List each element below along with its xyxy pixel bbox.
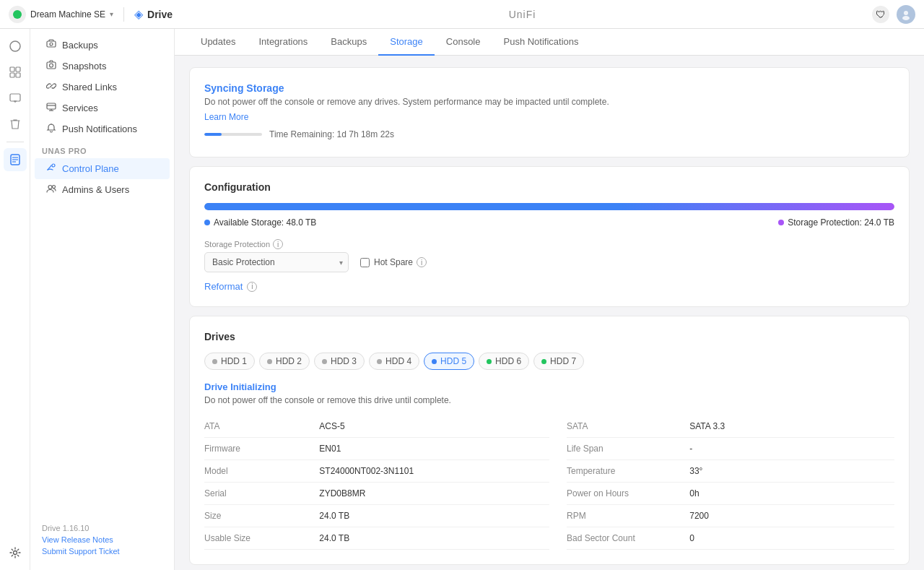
progress-bar-track [204,133,262,136]
hot-spare-info-icon[interactable]: i [417,257,427,267]
hot-spare-label[interactable]: Hot Spare i [374,257,427,267]
left-sidebar: Backups Snapshots Shared Links Services … [30,29,175,570]
detail-row-serial: Serial ZYD0B8MR [204,483,549,505]
hdd5-dot [432,359,437,364]
sidebar-item-backups[interactable]: Backups [35,35,170,56]
shield-button[interactable]: 🛡 [872,6,889,23]
sidebar-label-admins-users: Admins & Users [62,184,129,195]
available-storage-label: Available Storage: 48.0 TB [214,217,316,228]
sidebar-item-control-plane[interactable]: Control Plane [35,158,170,179]
storage-protection-legend: Storage Protection: 24.0 TB [788,217,894,228]
storage-legend: Available Storage: 48.0 TB Storage Prote… [204,217,894,228]
view-release-notes-link[interactable]: View Release Notes [42,535,162,544]
tab-updates[interactable]: Updates [189,29,247,56]
storage-protection-select[interactable]: Basic Protection Advanced Protection No … [204,252,349,272]
sidebar-item-services[interactable]: Services [35,98,170,118]
content-area: Syncing Storage Do not power off the con… [175,56,924,570]
drive-tab-hdd3[interactable]: HDD 3 [314,353,365,370]
tab-console[interactable]: Console [435,29,492,56]
detail-row-usable-size: Usable Size 24.0 TB [204,527,549,550]
sidebar-item-shared-links[interactable]: Shared Links [35,77,170,98]
storage-protection-info-icon[interactable]: i [273,239,283,249]
svg-point-17 [50,43,53,46]
config-title: Configuration [204,181,894,193]
icon-sidebar [0,29,30,570]
push-notifications-icon [46,123,56,135]
temperature-value: 33° [689,466,894,476]
detail-row-rpm: RPM 7200 [567,505,894,527]
sidebar-item-push-notifications[interactable]: Push Notifications [35,118,170,139]
sidebar-label-push-notifications: Push Notifications [62,124,137,134]
drive-tab-hdd2[interactable]: HDD 2 [259,353,310,370]
sidebar-icon-document[interactable] [4,148,27,171]
syncing-storage-card: Syncing Storage Do not power off the con… [189,67,910,157]
topbar-right: 🛡 [872,5,915,24]
legend-protection: Storage Protection: 24.0 TB [778,217,894,228]
sidebar-icon-display[interactable] [4,87,27,110]
tab-integrations[interactable]: Integrations [247,29,319,56]
hdd2-dot [267,359,272,364]
drive-tab-hdd6[interactable]: HDD 6 [479,353,529,370]
drive-tab-hdd7[interactable]: HDD 7 [533,353,584,370]
svg-rect-8 [10,94,20,101]
reformat-row: Reformat i [204,281,894,292]
storage-bar [204,203,894,210]
drive-tab-hdd4[interactable]: HDD 4 [369,353,419,370]
svg-point-27 [53,186,56,189]
size-label: Size [204,511,319,521]
reformat-info-icon[interactable]: i [247,282,257,292]
drive-details-grid: ATA ACS-5 Firmware EN01 Model ST24000NT0… [204,415,894,550]
detail-row-power-on-hours: Power on Hours 0h [567,483,894,505]
svg-point-25 [52,164,55,167]
sidebar-icon-trash[interactable] [4,113,27,136]
ata-value: ACS-5 [319,421,549,431]
tab-backups[interactable]: Backups [319,29,378,56]
storage-protection-label: Storage Protection i [204,239,349,249]
sidebar-icon-grid[interactable] [4,61,27,84]
topbar: Dream Machine SE ▾ ◈ Drive UniFi 🛡 [0,0,924,29]
detail-row-life-span: Life Span - [567,438,894,460]
services-icon [46,102,56,114]
svg-point-0 [13,10,22,19]
storage-protection-field: Storage Protection i Basic Protection Ad… [204,239,349,272]
power-on-hours-label: Power on Hours [567,488,689,498]
tab-storage[interactable]: Storage [378,29,435,56]
chevron-down-icon[interactable]: ▾ [110,10,113,18]
svg-rect-18 [47,62,56,69]
storage-bar-fill [204,203,894,210]
device-name: Dream Machine SE [30,9,105,20]
sidebar-item-snapshots[interactable]: Snapshots [35,56,170,77]
syncing-title: Syncing Storage [204,82,894,94]
serial-label: Serial [204,488,319,498]
svg-rect-4 [10,67,14,72]
drive-tab-hdd5[interactable]: HDD 5 [424,353,474,370]
detail-row-sata: SATA SATA 3.3 [567,415,894,438]
svg-rect-7 [16,73,20,77]
avatar[interactable] [897,5,915,24]
detail-row-model: Model ST24000NT002-3N1101 [204,460,549,483]
snapshots-icon [46,60,56,72]
hdd3-dot [322,359,327,364]
sidebar-icon-home[interactable] [4,35,27,58]
sidebar-group-label: UNAS Pro [30,139,174,158]
svg-rect-20 [47,103,56,109]
drive-details-left: ATA ACS-5 Firmware EN01 Model ST24000NT0… [204,415,549,550]
sidebar-icon-settings[interactable] [4,541,27,564]
tab-push-notifications[interactable]: Push Notifications [492,29,590,56]
rpm-label: RPM [567,511,689,521]
svg-point-3 [10,41,20,51]
sidebar-label-backups: Backups [62,40,98,51]
sidebar-item-admins-users[interactable]: Admins & Users [35,179,170,200]
admins-users-icon [46,183,56,196]
reformat-link[interactable]: Reformat [204,281,243,292]
drive-tab-hdd1[interactable]: HDD 1 [204,353,255,370]
hot-spare-checkbox[interactable] [360,258,370,267]
rpm-value: 7200 [689,511,894,521]
submit-support-ticket-link[interactable]: Submit Support Ticket [42,547,162,556]
svg-point-19 [50,64,53,67]
legend-available: Available Storage: 48.0 TB [204,217,316,228]
hdd1-dot [212,359,217,364]
learn-more-link[interactable]: Learn More [204,112,248,122]
drives-card: Drives HDD 1 HDD 2 HDD 3 [189,316,910,565]
version-label: Drive 1.16.10 [42,524,89,532]
